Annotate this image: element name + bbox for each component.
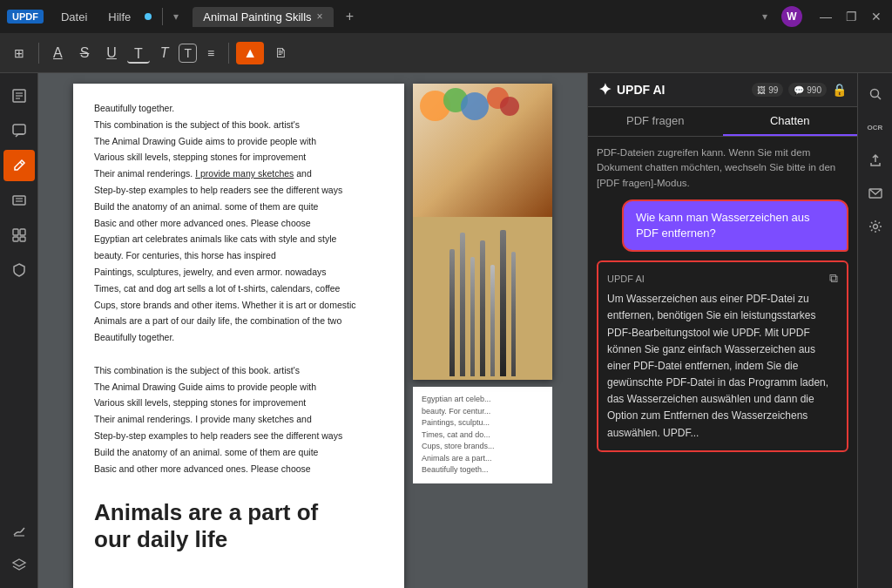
menu-hilfe[interactable]: Hilfe xyxy=(101,10,138,24)
pdf-line: Step-by-step examples to help readers se… xyxy=(94,429,383,443)
pdf-line: The Animal Drawing Guide aims to provide… xyxy=(94,380,383,395)
active-tab[interactable]: Animal Painting Skills × xyxy=(193,7,333,27)
upload-icon[interactable] xyxy=(862,146,889,174)
svg-rect-6 xyxy=(13,196,25,205)
pdf-line: Various skill levels, stepping stones fo… xyxy=(94,395,383,410)
pdf-scroll[interactable]: Beautifully together. This combination i… xyxy=(38,73,587,588)
toolbar-divider-1 xyxy=(38,43,39,64)
ai-badge-images: 🖼 99 xyxy=(752,83,783,97)
svg-line-5 xyxy=(20,162,23,165)
highlight-tool[interactable]: ▲ xyxy=(236,42,264,64)
tab-title: Animal Painting Skills xyxy=(203,10,311,24)
ai-user-bubble: Wie kann man Wasserzeichen aus PDF entfe… xyxy=(622,199,848,252)
minimize-button[interactable]: — xyxy=(816,10,835,24)
pages-icon[interactable] xyxy=(3,80,35,112)
text-box-tool[interactable]: T xyxy=(179,44,197,63)
mail-icon[interactable] xyxy=(862,179,889,207)
tab-close-button[interactable]: × xyxy=(317,10,323,23)
form-icon[interactable] xyxy=(3,185,35,216)
pdf-heading: Animals are a part ofour daily life xyxy=(94,499,383,553)
view-tool[interactable]: ⊞ xyxy=(7,43,31,64)
left-sidebar xyxy=(0,73,38,588)
ai-badge-chats: 💬 990 xyxy=(788,83,827,97)
pdf-line: Their animal renderings. I provide many … xyxy=(94,412,383,427)
pdf-line: This combination is the subject of this … xyxy=(94,363,383,378)
maximize-button[interactable]: ❐ xyxy=(842,10,861,24)
right-sidebar: OCR xyxy=(857,73,892,588)
protect-icon[interactable] xyxy=(3,254,35,286)
sign-icon[interactable] xyxy=(3,515,35,546)
badge-chat-icon: 💬 xyxy=(794,85,804,95)
tab-dropdown-arrow[interactable]: ▾ xyxy=(173,10,179,23)
settings-icon[interactable] xyxy=(862,213,889,240)
pdf-line: Animals are a part of our daily life, th… xyxy=(94,314,383,328)
ai-response-block: UPDF AI ⧉ Um Wasserzeichen aus einer PDF… xyxy=(597,260,848,452)
pdf-line: Beautifully together. xyxy=(94,330,383,345)
menu-datei[interactable]: Datei xyxy=(54,10,94,24)
updf-logo: UPDF xyxy=(7,10,44,24)
organize-icon[interactable] xyxy=(3,220,35,251)
tab-add-button[interactable]: + xyxy=(346,9,354,24)
tabs-overflow-button[interactable]: ▾ xyxy=(762,10,767,23)
font-tool[interactable]: T xyxy=(127,43,150,64)
ai-header: ✦ UPDF AI 🖼 99 💬 990 🔒 xyxy=(588,73,857,107)
badge-image-icon: 🖼 xyxy=(757,85,766,95)
pdf-image-column: Egyptian art celeb... beauty. For centur… xyxy=(413,84,552,578)
ai-response-sender: UPDF AI xyxy=(607,274,645,284)
close-button[interactable]: ✕ xyxy=(868,10,885,24)
pdf-line: Step-by-step examples to help readers se… xyxy=(94,183,383,198)
ocr-icon[interactable]: OCR xyxy=(862,113,889,141)
tab-pdf-fragen[interactable]: PDF fragen xyxy=(588,107,723,136)
badge-chat-count: 990 xyxy=(807,85,821,95)
main-area: Beautifully together. This combination i… xyxy=(0,73,892,588)
pdf-line: Build the anatomy of an animal. some of … xyxy=(94,199,383,214)
svg-marker-14 xyxy=(13,559,25,566)
pdf-line: Beautifully together. xyxy=(94,101,383,116)
pdf-line: Various skill levels, stepping stones fo… xyxy=(94,150,383,165)
ai-logo-text: UPDF AI xyxy=(617,83,665,97)
underline-tool[interactable]: U xyxy=(99,42,124,64)
pdf-line: Build the anatomy of an animal. some of … xyxy=(94,445,383,460)
comment-icon[interactable] xyxy=(3,115,35,146)
pdf-line: Egyptian art celebrates animals like cat… xyxy=(94,232,383,247)
align-tool[interactable]: ≡ xyxy=(200,43,221,64)
lock-icon[interactable]: 🔒 xyxy=(832,83,847,97)
pdf-line: Basic and other more advanced ones. Plea… xyxy=(94,462,383,476)
svg-rect-10 xyxy=(20,229,25,235)
ai-response-text: Um Wasserzeichen aus einer PDF-Datei zu … xyxy=(607,291,838,442)
pdf-line: Times, cat and dog art sells a lot of t-… xyxy=(94,281,383,296)
svg-rect-9 xyxy=(13,229,18,235)
svg-rect-11 xyxy=(13,237,18,241)
pdf-painting-image xyxy=(413,84,552,380)
toolbar: ⊞ A S U T T T ≡ ▲ 🖹 xyxy=(0,33,892,73)
pdf-line: This combination is the subject of this … xyxy=(94,118,383,132)
edit-icon[interactable] xyxy=(3,150,35,181)
update-dot xyxy=(145,13,152,20)
svg-point-18 xyxy=(873,225,877,229)
svg-line-16 xyxy=(877,97,881,100)
pdf-line: Paintings, sculptures, jewelry, and even… xyxy=(94,265,383,280)
ai-panel: ✦ UPDF AI 🖼 99 💬 990 🔒 PDF fragen Chatte… xyxy=(587,73,857,588)
pdf-line: The Animal Drawing Guide aims to provide… xyxy=(94,134,383,149)
pdf-line: Cups, store brands and other items. Whet… xyxy=(94,298,383,313)
svg-rect-12 xyxy=(20,237,25,241)
layers-icon[interactable] xyxy=(3,550,35,581)
svg-rect-4 xyxy=(13,125,25,134)
pdf-line: beauty. For centuries, this horse has in… xyxy=(94,248,383,263)
stamp-tool[interactable]: 🖹 xyxy=(267,43,294,64)
strikethrough-tool[interactable]: S xyxy=(73,42,97,64)
ai-badges: 🖼 99 💬 990 🔒 xyxy=(752,83,847,97)
copy-icon[interactable]: ⧉ xyxy=(829,271,838,286)
pdf-line: Their animal renderings. I provide many … xyxy=(94,166,383,181)
text-tool[interactable]: T xyxy=(153,42,176,64)
badge-image-count: 99 xyxy=(768,85,778,95)
pdf-page-text: Beautifully together. This combination i… xyxy=(73,84,404,588)
window-controls: — ❐ ✕ xyxy=(816,10,885,24)
toolbar-divider-2 xyxy=(228,43,229,64)
avatar[interactable]: W xyxy=(781,6,802,27)
svg-point-15 xyxy=(870,90,878,98)
search-icon[interactable] xyxy=(862,80,889,108)
ai-messages[interactable]: PDF-Dateien zugreifen kann. Wenn Sie mit… xyxy=(588,137,857,588)
text-underline-tool[interactable]: A xyxy=(46,42,70,64)
tab-chatten[interactable]: Chatten xyxy=(723,107,858,136)
